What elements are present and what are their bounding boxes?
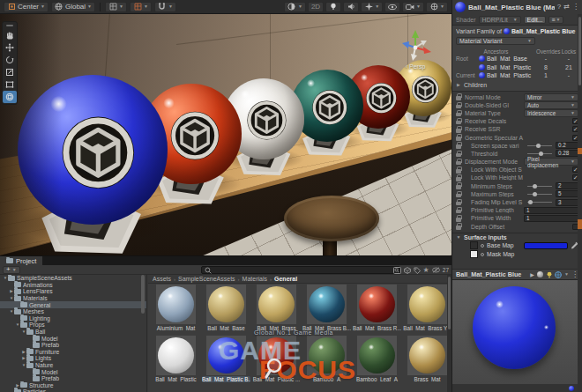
snap-settings-button[interactable]: ▼	[154, 2, 176, 12]
search-window-icon[interactable]	[393, 267, 401, 274]
scrollbar-thumb[interactable]	[448, 277, 451, 329]
asset-ball-mat-brass-y[interactable]: Ball_Mat_Brass Y...	[403, 285, 451, 331]
lock-icon[interactable]	[456, 110, 461, 117]
lock-icon[interactable]	[456, 182, 461, 189]
lock-icon[interactable]	[456, 191, 461, 198]
lock-icon[interactable]	[456, 142, 461, 149]
asset-bamboo-a[interactable]: Bamboo_A	[302, 336, 351, 382]
surface-inputs-foldout[interactable]: ▼ Surface Inputs	[452, 233, 582, 241]
shader-menu-button[interactable]: ≡▼	[548, 16, 563, 24]
asset-ball-mat-base[interactable]: Ball_Mat_Base	[202, 285, 250, 331]
light-icon[interactable]	[546, 271, 553, 278]
children-foldout[interactable]: ▶ Children	[456, 81, 578, 89]
rect-tool-button[interactable]	[3, 78, 17, 91]
search-input[interactable]	[201, 266, 400, 274]
lock-icon[interactable]	[456, 166, 461, 174]
property-dropdown[interactable]: Pixel displacemen▼	[524, 158, 578, 166]
orientation-gizmo[interactable]	[395, 26, 436, 65]
lock-icon[interactable]	[456, 126, 461, 133]
ancestor-row-ball-mat-base[interactable]: RootBall_Mat_Base--	[456, 55, 578, 63]
asset-brass-mat[interactable]: Brass_Mat	[403, 336, 451, 382]
grid-snap-button[interactable]: ▼	[130, 2, 152, 12]
slider-knob[interactable]	[533, 192, 537, 196]
lock-icon[interactable]	[456, 215, 461, 222]
asset-ball-mat-brass-r[interactable]: Ball_Mat_Brass R...	[353, 285, 401, 331]
ancestor-row-ball-mat-plastic-blue[interactable]: CurrentBall_Mat_Plastic Blue1-	[456, 71, 578, 80]
property-slider[interactable]	[527, 186, 552, 187]
breadcrumb-item-samplesceneassets[interactable]: SampleSceneAssets	[178, 276, 235, 282]
preview-viewport[interactable]	[452, 280, 578, 384]
property-value-field[interactable]: 2	[556, 182, 578, 189]
tree-item-props[interactable]: ▼Props	[0, 322, 146, 329]
tree-item-particles[interactable]: Particles	[0, 388, 146, 392]
palette-drag-handle[interactable]	[6, 25, 13, 26]
asset-ball-mat-plastic[interactable]: Ball_Mat_Plastic ...	[252, 336, 301, 382]
lock-icon[interactable]	[456, 134, 461, 141]
wooden-stool[interactable]	[284, 196, 379, 241]
slider-knob[interactable]	[533, 184, 537, 189]
property-slider[interactable]	[527, 145, 552, 146]
label-icon[interactable]	[414, 267, 421, 274]
lock-icon[interactable]	[456, 159, 461, 166]
draw-mode-button[interactable]: ▼	[284, 2, 306, 12]
property-value-field[interactable]: 0.2	[556, 142, 578, 149]
asset-ball-mat-plastic-b[interactable]: Ball_Mat_Plastic B...	[202, 336, 250, 382]
grid-visibility-button[interactable]: ▼	[105, 2, 127, 12]
tree-item-animations[interactable]: Animations	[0, 282, 146, 289]
tree-item-lensflares[interactable]: ▶LensFlares	[0, 288, 146, 295]
variant-type-dropdown[interactable]: Material Variant ▼	[456, 37, 535, 45]
property-value-field[interactable]: 1	[524, 215, 578, 222]
rotate-tool-button[interactable]	[3, 54, 17, 66]
asset-bundle-icon[interactable]	[569, 386, 574, 391]
transform-tool-button[interactable]	[3, 91, 17, 103]
grid-scrollbar[interactable]	[447, 275, 451, 392]
tree-item-model[interactable]: Model	[0, 368, 146, 375]
breadcrumb-item-materials[interactable]: Materials	[242, 276, 267, 282]
edit-shader-button[interactable]: Edit...	[524, 16, 547, 24]
property-slider[interactable]	[527, 202, 552, 203]
tree-item-ball[interactable]: ▼Ball	[0, 329, 146, 336]
preview-header[interactable]: Ball_Mat_Plastic Blue ▶ ▼ ⋮	[452, 269, 582, 280]
slider-knob[interactable]	[528, 200, 533, 204]
slider-knob[interactable]	[536, 144, 541, 148]
projection-label[interactable]: ‹Persp	[386, 63, 444, 70]
orientation-toggle-button[interactable]: Global ▼	[51, 2, 95, 12]
asset-aluminium-mat[interactable]: Aluminium_Mat	[152, 285, 200, 331]
tree-item-samplesceneassets[interactable]: ▼SampleSceneAssets	[0, 275, 146, 282]
favorites-icon[interactable]: ★	[423, 266, 429, 274]
property-dropdown[interactable]: Auto▼	[524, 101, 578, 109]
tree-item-furniture[interactable]: ▶Furniture	[0, 349, 146, 356]
texture-slot[interactable]	[470, 250, 478, 258]
scale-tool-button[interactable]	[3, 66, 17, 78]
camera-button[interactable]: ▼	[402, 2, 424, 12]
asset-ball-mat-brass-b[interactable]: Ball_Mat_Brass B...	[302, 285, 351, 331]
move-tool-button[interactable]	[3, 41, 17, 54]
play-icon[interactable]: ▶	[530, 272, 534, 277]
tree-item-nature[interactable]: ▼Nature	[0, 362, 146, 369]
lock-icon[interactable]	[456, 174, 461, 181]
lock-icon[interactable]	[456, 151, 461, 158]
hidden-objects-icon[interactable]	[432, 267, 440, 273]
kebab-menu-icon[interactable]: ⋮	[572, 4, 579, 11]
effects-button[interactable]: ▼	[361, 2, 383, 12]
breadcrumb-item-general[interactable]: General	[274, 276, 297, 282]
packages-icon[interactable]	[404, 267, 411, 274]
lock-icon[interactable]	[456, 93, 461, 100]
pivot-toggle-button[interactable]: Center ▼	[4, 2, 48, 12]
inspector-scrollbar[interactable]	[578, 14, 582, 392]
tree-item-model[interactable]: Model	[0, 335, 146, 342]
tab-project[interactable]: Project	[0, 256, 42, 265]
lock-icon[interactable]	[456, 102, 461, 109]
tree-item-lights[interactable]: ▶Lights	[0, 355, 146, 362]
lock-icon[interactable]	[456, 207, 461, 214]
panel-divider[interactable]	[146, 275, 147, 392]
tree-scrollbar[interactable]	[141, 275, 145, 314]
gizmos-button[interactable]: ▼	[426, 2, 448, 12]
lighting-button[interactable]	[325, 2, 341, 12]
asset-ball-mat-plastic[interactable]: Ball_Mat_Plastic	[152, 336, 200, 382]
tree-item-structure[interactable]: ▶Structure	[0, 382, 146, 389]
property-dropdown[interactable]: Mirror▼	[524, 93, 578, 101]
environment-icon[interactable]	[555, 271, 562, 278]
property-value-field[interactable]: 1	[524, 207, 578, 214]
tree-item-prefab[interactable]: Prefab	[0, 342, 146, 349]
